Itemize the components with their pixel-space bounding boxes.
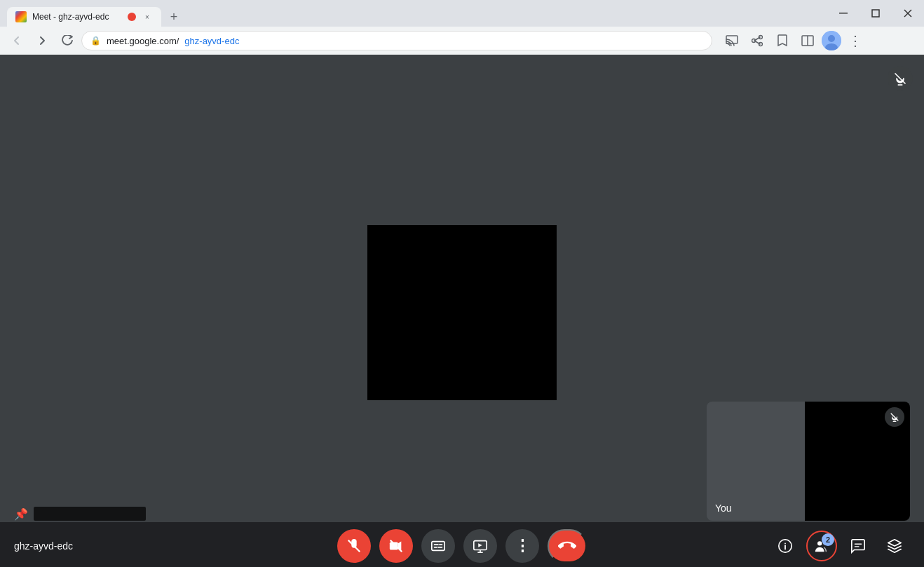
self-view-tile[interactable]: You [707, 402, 910, 521]
svg-rect-18 [432, 542, 444, 551]
pin-icon: 📌 [14, 507, 28, 521]
toggle-camera-button[interactable] [379, 529, 413, 563]
end-call-button[interactable] [548, 529, 587, 563]
svg-point-5 [759, 36, 763, 39]
split-screen-button[interactable] [796, 29, 819, 52]
menu-button[interactable]: ⋮ [844, 29, 867, 52]
captions-button[interactable] [421, 529, 455, 563]
svg-point-6 [759, 43, 763, 46]
browser-chrome: Meet - ghz-ayvd-edc × + [0, 0, 924, 55]
mic-muted-indicator [888, 66, 913, 91]
profile-avatar[interactable] [822, 31, 841, 50]
activities-button[interactable] [879, 531, 910, 561]
share-button[interactable] [746, 29, 768, 52]
bottom-left-info: 📌 [14, 507, 146, 521]
svg-point-29 [784, 542, 786, 544]
toolbar-center: ⋮ [337, 529, 587, 563]
url-highlight: ghz-ayvd-edc [184, 36, 239, 46]
toolbar-right: 2 [770, 531, 910, 561]
svg-point-11 [828, 35, 835, 42]
svg-rect-0 [839, 13, 848, 14]
toolbar-left: ghz-ayvd-edc [14, 540, 154, 552]
nav-bar: 🔒 meet.google.com/ghz-ayvd-edc ⋮ [0, 27, 924, 55]
tab-favicon [15, 11, 27, 22]
tab-title: Meet - ghz-ayvd-edc [32, 12, 122, 22]
svg-marker-26 [478, 543, 482, 547]
people-count-badge: 2 [822, 533, 834, 546]
present-button[interactable] [463, 529, 497, 563]
new-tab-button[interactable]: + [164, 7, 184, 27]
forward-button[interactable] [31, 29, 53, 52]
address-bar[interactable]: 🔒 meet.google.com/ghz-ayvd-edc [81, 31, 712, 50]
nav-actions: ⋮ [721, 29, 867, 52]
svg-point-7 [752, 39, 756, 43]
lock-icon: 🔒 [90, 36, 101, 46]
bottom-toolbar: ghz-ayvd-edc [0, 522, 924, 567]
url-base: meet.google.com/ [107, 36, 179, 46]
main-video-area: 📌 You ghz-ayvd-edc [0, 55, 924, 567]
svg-rect-1 [872, 10, 879, 17]
participant-name-bar [34, 507, 146, 521]
svg-point-30 [817, 541, 822, 545]
recording-dot [128, 13, 136, 21]
more-options-button[interactable]: ⋮ [505, 529, 539, 563]
info-button[interactable] [770, 531, 801, 561]
remote-video [367, 225, 557, 400]
window-controls [827, 0, 924, 27]
meet-app: 📌 You ghz-ayvd-edc [0, 55, 924, 567]
reload-button[interactable] [56, 29, 79, 52]
chat-button[interactable] [843, 531, 874, 561]
bookmark-button[interactable] [771, 29, 794, 52]
back-button[interactable] [6, 29, 28, 52]
tab-close-button[interactable]: × [142, 11, 153, 22]
cast-button[interactable] [721, 29, 743, 52]
close-button[interactable] [892, 2, 924, 25]
self-label: You [715, 503, 732, 514]
meeting-code: ghz-ayvd-edc [14, 540, 73, 552]
self-mute-indicator [885, 407, 904, 427]
minimize-button[interactable] [827, 2, 860, 25]
restore-button[interactable] [860, 2, 892, 25]
active-tab[interactable]: Meet - ghz-ayvd-edc × [7, 7, 161, 27]
mute-mic-button[interactable] [337, 529, 371, 563]
people-button[interactable]: 2 [806, 531, 837, 561]
